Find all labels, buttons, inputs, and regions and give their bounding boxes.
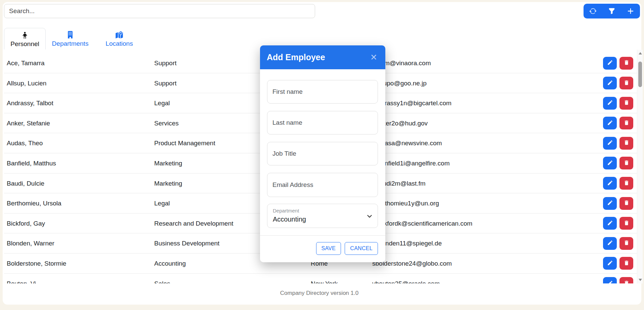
modal-footer: SAVE CANCEL (260, 235, 385, 262)
delete-button[interactable] (619, 177, 633, 190)
tab-departments[interactable]: Departments (46, 28, 95, 49)
edit-button[interactable] (603, 97, 617, 110)
employee-department: Product Management (154, 133, 215, 153)
employee-department: Services (154, 113, 179, 133)
department-select-value: Accounting (273, 216, 306, 223)
employee-name: Bouton, Vi (7, 274, 36, 283)
employee-department: Sales (154, 274, 170, 283)
cancel-button[interactable]: CANCEL (345, 242, 378, 255)
map-icon (115, 30, 123, 39)
trash-icon (624, 280, 630, 283)
tab-bar: Personnel Departments (4, 28, 144, 49)
delete-button[interactable] (619, 237, 633, 250)
employee-department: Legal (154, 193, 170, 214)
pencil-icon (607, 180, 613, 187)
trash-icon (624, 160, 630, 167)
employee-name: Bolderstone, Stormie (7, 254, 66, 274)
app-root: Personnel Departments (0, 0, 644, 310)
search-input[interactable] (4, 4, 315, 18)
delete-button[interactable] (619, 117, 633, 129)
edit-button[interactable] (603, 257, 617, 270)
employee-name: Allsup, Lucien (7, 73, 46, 93)
employee-name: Ace, Tamarra (7, 53, 45, 73)
last-name-field[interactable] (267, 111, 378, 134)
email-field[interactable] (267, 173, 378, 197)
delete-button[interactable] (619, 97, 633, 110)
employee-department: Marketing (154, 153, 182, 173)
edit-button[interactable] (603, 117, 617, 129)
delete-button[interactable] (619, 257, 633, 270)
row-actions (603, 217, 633, 230)
edit-button[interactable] (603, 57, 617, 70)
add-button[interactable] (622, 4, 639, 18)
pencil-icon (607, 280, 613, 283)
edit-button[interactable] (603, 157, 617, 169)
employee-department: Support (154, 73, 177, 93)
vertical-scrollbar[interactable] (637, 50, 643, 283)
edit-button[interactable] (603, 197, 617, 210)
employee-department: Marketing (154, 173, 182, 194)
employee-name: Anker, Stefanie (7, 113, 50, 133)
delete-button[interactable] (619, 277, 633, 283)
employee-location: New York (311, 274, 338, 283)
scroll-down-arrow[interactable] (637, 277, 643, 283)
job-title-field[interactable] (267, 142, 378, 165)
row-actions (603, 157, 633, 169)
employee-department: Support (154, 53, 177, 73)
edit-button[interactable] (603, 217, 617, 230)
edit-button[interactable] (603, 177, 617, 190)
employee-department: Legal (154, 93, 170, 113)
row-actions (603, 277, 633, 283)
pencil-icon (607, 60, 613, 67)
employee-department: Research and Development (154, 214, 233, 234)
refresh-button[interactable] (584, 4, 602, 18)
trash-icon (624, 260, 630, 267)
delete-button[interactable] (619, 77, 633, 89)
tab-locations-label: Locations (105, 40, 133, 47)
row-actions (603, 117, 633, 129)
trash-icon (624, 200, 630, 207)
pencil-icon (607, 160, 613, 167)
triangle-up-icon (639, 52, 642, 54)
row-actions (603, 57, 633, 70)
delete-button[interactable] (619, 197, 633, 210)
delete-button[interactable] (619, 217, 633, 230)
employee-name: Baudi, Dulcie (7, 173, 44, 194)
pencil-icon (607, 100, 613, 107)
employee-department: Business Development (154, 233, 219, 254)
trash-icon (624, 240, 630, 247)
employee-name: Banfield, Matthus (7, 153, 56, 173)
delete-button[interactable] (619, 137, 633, 150)
edit-button[interactable] (603, 77, 617, 89)
pencil-icon (607, 240, 613, 247)
close-icon[interactable]: ✕ (369, 52, 379, 62)
row-actions (603, 137, 633, 150)
scroll-up-arrow[interactable] (637, 50, 643, 56)
add-employee-modal: Add Employee ✕ Department Accounting SAV… (260, 45, 385, 262)
toolbar (584, 4, 640, 18)
row-actions (603, 237, 633, 250)
add-icon (627, 7, 635, 15)
delete-button[interactable] (619, 157, 633, 169)
tab-locations[interactable]: Locations (95, 28, 144, 49)
delete-button[interactable] (619, 57, 633, 70)
scrollbar-thumb[interactable] (638, 62, 642, 87)
first-name-field[interactable] (267, 80, 378, 104)
tab-personnel[interactable]: Personnel (4, 28, 46, 49)
trash-icon (624, 220, 630, 227)
pencil-icon (607, 200, 613, 207)
edit-button[interactable] (603, 237, 617, 250)
pencil-icon (607, 260, 613, 267)
save-button[interactable]: SAVE (316, 242, 341, 255)
employee-email: vbouton25@oracle.com (372, 274, 440, 283)
pencil-icon (607, 140, 613, 147)
triangle-down-icon (639, 279, 642, 281)
edit-button[interactable] (603, 277, 617, 283)
department-select[interactable]: Department Accounting (267, 204, 378, 228)
pencil-icon (607, 220, 613, 227)
tab-departments-label: Departments (52, 40, 89, 47)
edit-button[interactable] (603, 137, 617, 150)
building-icon (67, 30, 74, 39)
trash-icon (624, 60, 630, 67)
filter-button[interactable] (603, 4, 620, 18)
